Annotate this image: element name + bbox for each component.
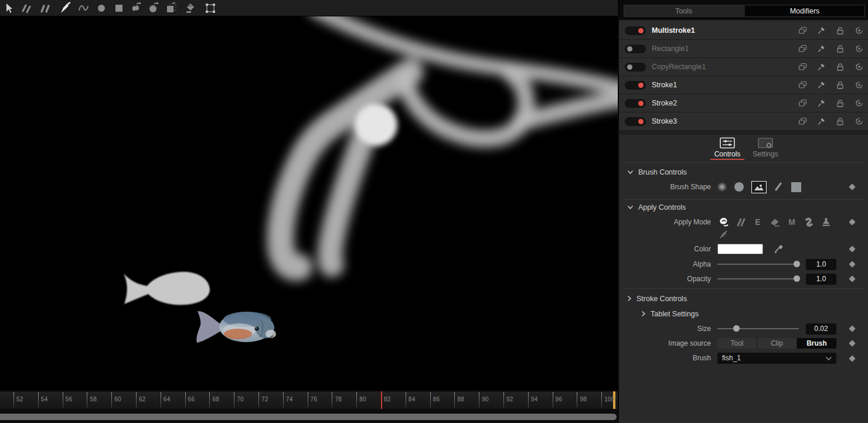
pin-icon[interactable]	[817, 99, 826, 107]
lock-open-icon[interactable]	[836, 99, 845, 107]
copy-icon[interactable]	[798, 117, 807, 125]
scrollbar-thumb[interactable]	[0, 414, 617, 420]
alpha-keyframe-diamond[interactable]	[849, 261, 855, 267]
slider-thumb[interactable]	[794, 275, 800, 282]
lock-open-icon[interactable]	[836, 117, 845, 125]
opacity-slider[interactable]	[717, 275, 799, 282]
tick-mark	[381, 391, 382, 410]
opacity-value[interactable]: 1.0	[806, 274, 836, 285]
brush-tool-icon[interactable]	[55, 1, 75, 16]
frame-tool-icon[interactable]	[200, 1, 220, 16]
pin-icon[interactable]	[817, 63, 826, 71]
apply-mode-smear-icon[interactable]	[802, 217, 815, 227]
modifier-enable-toggle[interactable]	[625, 45, 646, 53]
apply-mode-erase-icon[interactable]	[768, 217, 781, 227]
size-keyframe-diamond[interactable]	[849, 325, 855, 332]
pin-icon[interactable]	[817, 26, 826, 35]
modifier-enable-toggle[interactable]	[625, 26, 646, 35]
modifier-name[interactable]: Rectangle1	[652, 45, 689, 53]
apply-mode-stamp-icon[interactable]	[819, 217, 832, 227]
alpha-value[interactable]: 1.0	[806, 259, 836, 270]
eyedropper-icon[interactable]	[774, 244, 784, 254]
history-add-icon[interactable]	[855, 99, 864, 107]
modifier-enable-toggle[interactable]	[625, 63, 646, 71]
history-add-icon[interactable]	[855, 26, 864, 35]
subtab-controls[interactable]: Controls	[707, 135, 748, 158]
brush-dropdown[interactable]: fish_1	[717, 353, 836, 364]
modifier-name[interactable]: Stroke2	[652, 99, 677, 107]
modifier-name[interactable]: Multistroke1	[652, 26, 695, 35]
image-source-tool-button[interactable]: Tool	[717, 338, 757, 349]
paint-canvas-viewport[interactable]	[0, 16, 618, 390]
rectangle-tool-icon[interactable]	[110, 1, 128, 16]
opacity-keyframe-diamond[interactable]	[849, 275, 855, 282]
tab-modifiers[interactable]: Modifiers	[744, 5, 865, 17]
image-source-keyframe-diamond[interactable]	[849, 340, 855, 346]
apply-mode-stroke-icon[interactable]	[734, 217, 747, 227]
size-slider[interactable]	[717, 325, 799, 332]
apply-mode-keyframe-diamond[interactable]	[849, 219, 855, 225]
copy-icon[interactable]	[798, 45, 807, 53]
hard-circle-brush-icon[interactable]	[734, 182, 744, 192]
modifier-name[interactable]: Stroke3	[652, 117, 677, 125]
copy-icon[interactable]	[798, 81, 807, 89]
tick-label: 86	[433, 396, 440, 402]
section-tablet-settings[interactable]: Tablet Settings	[619, 309, 868, 319]
color-swatch[interactable]	[717, 244, 763, 254]
pin-icon[interactable]	[817, 81, 826, 89]
tick-label: 64	[164, 396, 171, 402]
lock-open-icon[interactable]	[836, 81, 845, 89]
apply-mode-wire-icon[interactable]	[717, 229, 730, 240]
soft-circle-brush-icon[interactable]	[717, 182, 727, 192]
lock-open-icon[interactable]	[836, 63, 845, 71]
image-brush-icon-selected[interactable]	[751, 181, 767, 193]
tab-tools[interactable]: Tools	[624, 5, 744, 17]
section-stroke-controls[interactable]: Stroke Controls	[619, 294, 868, 303]
polyline-stroke-tool-icon[interactable]	[75, 1, 93, 16]
pin-icon[interactable]	[817, 45, 826, 53]
pointer-tool-icon[interactable]	[0, 1, 18, 16]
modifier-enable-toggle[interactable]	[625, 117, 646, 126]
image-source-brush-button[interactable]: Brush	[797, 338, 836, 349]
apply-mode-emboss-icon[interactable]: E	[751, 217, 764, 227]
apply-mode-merge-icon[interactable]: M	[785, 217, 798, 227]
paint-group-tool-icon[interactable]	[181, 1, 200, 16]
copy-icon[interactable]	[798, 26, 807, 35]
slider-thumb[interactable]	[733, 325, 740, 332]
timeline-ruler[interactable]: 5254565860626466687072747678808284868890…	[0, 391, 618, 410]
history-add-icon[interactable]	[855, 63, 864, 71]
multistroke-tool-icon[interactable]	[18, 1, 35, 16]
section-brush-controls[interactable]: Brush Controls	[619, 167, 868, 177]
brush-keyframe-diamond[interactable]	[849, 355, 855, 361]
history-add-icon[interactable]	[855, 81, 864, 89]
multistroke-polyline-tool-icon[interactable]	[35, 1, 55, 16]
modifier-enable-toggle[interactable]	[625, 81, 646, 90]
slider-thumb[interactable]	[794, 261, 800, 267]
circle-tool-icon[interactable]	[93, 1, 110, 16]
clone-ellipse-tool-icon[interactable]	[145, 1, 163, 16]
apply-mode-color-icon-selected[interactable]	[717, 217, 730, 227]
clone-rectangle-tool-icon[interactable]	[163, 1, 181, 16]
alpha-slider[interactable]	[717, 261, 799, 268]
clone-polyline-tool-icon[interactable]	[128, 1, 145, 16]
brush-shape-keyframe-diamond[interactable]	[849, 183, 855, 190]
history-add-icon[interactable]	[855, 117, 864, 125]
pin-icon[interactable]	[817, 117, 826, 125]
section-apply-controls[interactable]: Apply Controls	[619, 202, 868, 212]
history-add-icon[interactable]	[855, 45, 864, 53]
tick-label: 72	[261, 396, 268, 402]
subtab-settings[interactable]: Settings	[745, 135, 786, 158]
copy-icon[interactable]	[798, 63, 807, 71]
lock-open-icon[interactable]	[836, 45, 845, 53]
brush-shape-row: Brush Shape	[619, 179, 868, 195]
modifier-enable-toggle[interactable]	[625, 99, 646, 108]
size-value[interactable]: 0.02	[806, 323, 836, 335]
color-keyframe-diamond[interactable]	[849, 245, 855, 252]
copy-icon[interactable]	[798, 99, 807, 107]
image-source-clip-button[interactable]: Clip	[757, 338, 796, 349]
modifier-name[interactable]: CopyRectangle1	[652, 63, 706, 71]
lock-open-icon[interactable]	[836, 26, 845, 35]
square-brush-icon[interactable]	[791, 182, 801, 192]
modifier-name[interactable]: Stroke1	[652, 81, 677, 89]
single-pixel-brush-icon[interactable]	[774, 181, 784, 193]
